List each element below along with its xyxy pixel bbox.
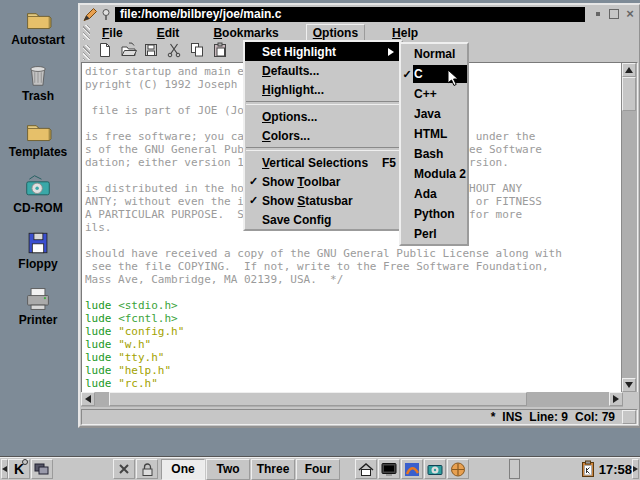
desktop-icon-printer[interactable]: Printer [4, 286, 72, 327]
menu-item-label: Options... [262, 110, 396, 124]
open-file-button[interactable] [118, 43, 138, 61]
menu-item-save-config[interactable]: Save Config [245, 210, 401, 229]
cut-button[interactable] [164, 43, 184, 61]
submenu-item-ada[interactable]: Ada [401, 184, 467, 204]
panel-hide-left-button[interactable] [1, 459, 8, 479]
menubar-item-options[interactable]: Options [306, 24, 365, 42]
horizontal-scroll-thumb[interactable] [109, 392, 527, 406]
new-document-icon [97, 42, 113, 62]
new-document-button[interactable] [95, 43, 115, 61]
window-title: file:/home/bilbrey/joe/main.c [115, 7, 585, 22]
submenu-item-label: Modula 2 [413, 165, 467, 183]
desktop-icon-trash[interactable]: Trash [4, 62, 72, 103]
options-menu: Set HighlightDefaults...Highlight...Opti… [243, 40, 403, 231]
copy-button[interactable] [187, 43, 207, 61]
menu-item-show-toolbar[interactable]: ✓Show Toolbar [245, 172, 401, 191]
logout-x-icon [116, 461, 132, 477]
desktop-icon-cd-rom[interactable]: CD-ROM [4, 174, 72, 215]
submenu-item-label: Python [413, 205, 467, 223]
clock[interactable]: 17:58 [599, 462, 632, 477]
menubar-item-help[interactable]: Help [385, 24, 425, 42]
right-arrow-icon [633, 466, 638, 472]
minimize-icon [596, 12, 600, 16]
right-arrow-icon [613, 395, 619, 403]
sticky-pin-icon[interactable] [99, 7, 112, 21]
editor-line: see the file COPYING. If not, write to t… [85, 260, 622, 273]
submenu-item-normal[interactable]: Normal [401, 44, 467, 64]
klipper-icon[interactable] [580, 460, 596, 478]
submenu-item-bash[interactable]: Bash [401, 144, 467, 164]
home-button[interactable] [355, 459, 377, 479]
down-arrow-icon [625, 382, 633, 388]
toolbar-drag-handle[interactable] [83, 45, 90, 60]
editor-line: lude "w.h" [85, 338, 622, 351]
menu-item-show-statusbar[interactable]: ✓Show Statusbar [245, 191, 401, 210]
submenu-item-html[interactable]: HTML [401, 124, 467, 144]
submenu-item-modula-2[interactable]: Modula 2 [401, 164, 467, 184]
menu-item-vertical-selections[interactable]: Vertical SelectionsF5 [245, 153, 401, 172]
menu-item-options[interactable]: Options... [245, 107, 401, 126]
desktop-pager-two[interactable]: Two [206, 459, 250, 480]
horizontal-scroll-trough[interactable] [95, 392, 609, 407]
maximize-button[interactable] [607, 7, 621, 21]
terminal-button[interactable] [378, 459, 400, 479]
resize-grip[interactable] [622, 410, 636, 424]
minimize-button[interactable] [591, 7, 605, 21]
desktop-pager-three[interactable]: Three [251, 459, 295, 480]
submenu-item-python[interactable]: Python [401, 204, 467, 224]
maximize-icon [609, 9, 619, 19]
menubar-items: FileEditBookmarksOptionsHelp [95, 24, 445, 42]
desktop-pager-four[interactable]: Four [296, 459, 340, 480]
submenu-item-java[interactable]: Java [401, 104, 467, 124]
scroll-up-button[interactable] [622, 63, 636, 77]
close-button[interactable]: × [623, 7, 637, 21]
editor-line [85, 286, 622, 299]
desktop-pager-one[interactable]: One [161, 459, 205, 480]
menubar-item-edit[interactable]: Edit [150, 24, 187, 42]
menu-item-highlight[interactable]: Highlight... [245, 80, 401, 99]
titlebar[interactable]: file:/home/bilbrey/joe/main.c × [80, 5, 639, 23]
cut-icon [166, 42, 182, 62]
menu-item-colors[interactable]: Colors... [245, 126, 401, 145]
desktop-icon-label: CD-ROM [4, 202, 72, 215]
desktop-icon-autostart[interactable]: Autostart [4, 6, 72, 47]
scroll-down-button[interactable] [622, 378, 636, 392]
menu-item-defaults[interactable]: Defaults... [245, 61, 401, 80]
vertical-scrollbar[interactable] [621, 63, 637, 392]
menu-item-set-highlight[interactable]: Set Highlight [245, 42, 401, 61]
browser-icon [403, 461, 421, 478]
save-file-button[interactable] [141, 43, 161, 61]
desktop-pager: OneTwoThreeFour [161, 459, 341, 480]
printer-icon [4, 286, 72, 314]
menubar-item-file[interactable]: File [95, 24, 130, 42]
submenu-item-label: Normal [413, 45, 467, 63]
utility-button[interactable] [424, 459, 446, 479]
scroll-right-button[interactable] [609, 392, 623, 406]
menubar-item-bookmarks[interactable]: Bookmarks [206, 24, 285, 42]
taskbar: K OneTwoThreeFour 17:58 [0, 457, 640, 480]
empty-task-button[interactable] [509, 459, 520, 479]
close-icon: × [626, 8, 634, 20]
paste-icon [212, 42, 228, 62]
menubar-drag-handle[interactable] [83, 25, 90, 40]
menu-item-label: Colors... [262, 129, 396, 143]
k-menu-button[interactable]: K [8, 459, 30, 479]
desktop-icon-label: Floppy [4, 258, 72, 271]
desktop-icon-templates[interactable]: Templates [4, 118, 72, 159]
statusbar: * INS Line: 9 Col: 79 [81, 409, 638, 425]
browser-button[interactable] [401, 459, 423, 479]
window-list-button[interactable] [31, 459, 53, 479]
copy-icon [189, 42, 205, 62]
logout-button[interactable] [113, 459, 135, 479]
vertical-scroll-thumb[interactable] [622, 77, 636, 111]
desktop-icon-floppy[interactable]: Floppy [4, 230, 72, 271]
scroll-left-button[interactable] [81, 392, 95, 406]
package-button[interactable] [447, 459, 469, 479]
submenu-item-perl[interactable]: Perl [401, 224, 467, 244]
horizontal-scrollbar[interactable] [81, 392, 638, 407]
submenu-item-label: HTML [413, 125, 467, 143]
scrollbar-corner [623, 392, 638, 407]
panel-hide-right-button[interactable] [632, 459, 639, 479]
paste-button[interactable] [210, 43, 230, 61]
lock-screen-button[interactable] [136, 459, 158, 479]
